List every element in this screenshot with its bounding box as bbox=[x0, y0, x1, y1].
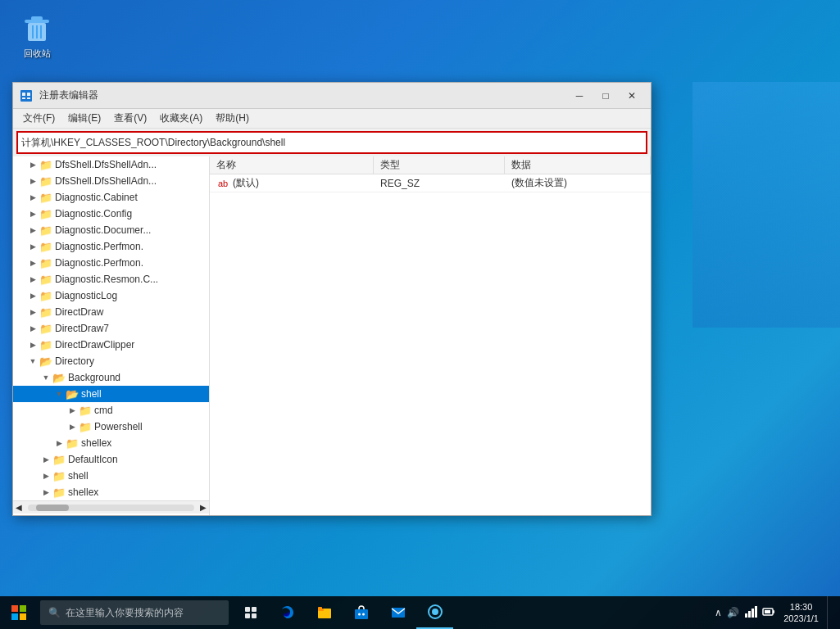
expand-icon[interactable] bbox=[26, 322, 39, 335]
tree-item-diagnostic-cabinet[interactable]: 📁 Diagnostic.Cabinet bbox=[13, 189, 209, 206]
tree-label: DiagnosticLog bbox=[55, 290, 117, 301]
tree-label: DirectDrawClipper bbox=[55, 339, 134, 351]
tree-label: shellex bbox=[68, 486, 98, 498]
folder-icon: 📁 bbox=[39, 158, 52, 171]
tree-item-shell[interactable]: 📂 shell bbox=[13, 386, 209, 402]
data-rows[interactable]: ab (默认) REG_SZ (数值未设置) bbox=[210, 174, 651, 515]
reg-value-icon: ab bbox=[216, 177, 229, 190]
tree-item-directdraw7[interactable]: 📁 DirectDraw7 bbox=[13, 320, 209, 337]
expand-icon[interactable] bbox=[66, 404, 79, 417]
expand-icon[interactable] bbox=[26, 191, 39, 204]
tree-item-diagnostic-perfmon1[interactable]: 📁 Diagnostic.Perfmon. bbox=[13, 238, 209, 255]
expand-icon[interactable] bbox=[26, 273, 39, 286]
menu-favorites[interactable]: 收藏夹(A) bbox=[153, 110, 209, 128]
svg-rect-31 bbox=[755, 606, 757, 618]
tree-item-background[interactable]: 📂 Background bbox=[13, 369, 209, 386]
chevron-up-icon[interactable]: ∧ bbox=[715, 607, 722, 618]
taskview-button[interactable] bbox=[232, 596, 269, 629]
clock[interactable]: 18:30 2023/1/1 bbox=[783, 601, 819, 625]
battery-icon[interactable] bbox=[762, 605, 775, 621]
tree-item-directdraw[interactable]: 📁 DirectDraw bbox=[13, 304, 209, 320]
tree-item-diagnostic-documer[interactable]: 📁 Diagnostic.Documer... bbox=[13, 222, 209, 238]
tree-item-diagnostic-perfmon2[interactable]: 📁 Diagnostic.Perfmon. bbox=[13, 255, 209, 271]
taskbar-right: ∧ 🔊 bbox=[715, 596, 840, 629]
expand-icon[interactable] bbox=[39, 486, 52, 499]
svg-rect-14 bbox=[20, 613, 26, 620]
close-button[interactable]: ✕ bbox=[620, 88, 644, 104]
tree-label: DirectDraw7 bbox=[55, 323, 109, 334]
expand-icon[interactable] bbox=[26, 240, 39, 253]
menu-edit[interactable]: 编辑(E) bbox=[61, 110, 107, 128]
network-icon[interactable] bbox=[744, 605, 757, 621]
svg-rect-17 bbox=[245, 613, 250, 618]
recycle-bin-icon[interactable]: 回收站 bbox=[8, 12, 66, 59]
tree-item-dfsshell1[interactable]: 📁 DfsShell.DfsShellAdn... bbox=[13, 156, 209, 173]
mail-button[interactable] bbox=[379, 596, 416, 629]
tree-item-powershell[interactable]: 📁 Powershell bbox=[13, 419, 209, 435]
tree-item-directory[interactable]: 📂 Directory bbox=[13, 353, 209, 369]
main-content: 📁 DfsShell.DfsShellAdn... 📁 DfsShell.Dfs… bbox=[13, 156, 651, 515]
expand-icon[interactable] bbox=[26, 158, 39, 171]
taskbar-search[interactable]: 🔍 在这里输入你要搜索的内容 bbox=[40, 600, 229, 625]
expand-icon[interactable] bbox=[39, 453, 52, 466]
tree-panel[interactable]: 📁 DfsShell.DfsShellAdn... 📁 DfsShell.Dfs… bbox=[13, 156, 210, 515]
expand-icon[interactable] bbox=[52, 437, 66, 450]
tree-label: Diagnostic.Perfmon. bbox=[55, 241, 143, 252]
svg-rect-12 bbox=[20, 605, 26, 612]
expand-icon[interactable] bbox=[39, 371, 52, 384]
scroll-left[interactable]: ◀ bbox=[13, 503, 25, 512]
tree-label: DfsShell.DfsShellAdn... bbox=[55, 159, 157, 170]
recycle-bin-label: 回收站 bbox=[24, 48, 51, 59]
tree-item-directdrawclipper[interactable]: 📁 DirectDrawClipper bbox=[13, 337, 209, 353]
expand-icon[interactable] bbox=[66, 420, 79, 433]
expand-icon[interactable] bbox=[26, 289, 39, 302]
tree-item-dfsshell2[interactable]: 📁 DfsShell.DfsShellAdn... bbox=[13, 173, 209, 189]
store-button[interactable] bbox=[343, 596, 379, 629]
expand-icon[interactable] bbox=[26, 305, 39, 319]
expand-icon[interactable] bbox=[52, 387, 66, 400]
svg-rect-21 bbox=[318, 607, 322, 609]
speakers-icon[interactable]: 🔊 bbox=[727, 607, 739, 618]
menu-view[interactable]: 查看(V) bbox=[107, 110, 153, 128]
expand-icon[interactable] bbox=[26, 338, 39, 351]
tree-item-diagnosticlog[interactable]: 📁 DiagnosticLog bbox=[13, 287, 209, 304]
scroll-right[interactable]: ▶ bbox=[198, 503, 209, 512]
svg-point-23 bbox=[358, 613, 361, 616]
expand-icon[interactable] bbox=[26, 174, 39, 188]
tree-item-defaulticon[interactable]: 📁 DefaultIcon bbox=[13, 451, 209, 468]
menu-help[interactable]: 帮助(H) bbox=[209, 110, 256, 128]
show-desktop-button[interactable] bbox=[827, 596, 832, 629]
svg-rect-16 bbox=[252, 607, 257, 612]
address-bar[interactable] bbox=[16, 131, 647, 154]
start-button[interactable] bbox=[0, 596, 37, 629]
tree-item-shellex-dir[interactable]: 📁 shellex bbox=[13, 484, 209, 500]
tree-scrollbar[interactable]: ◀ ▶ bbox=[13, 500, 209, 514]
scrollbar-thumb[interactable] bbox=[36, 505, 69, 511]
explorer-button[interactable] bbox=[306, 596, 343, 629]
sys-tray-icons: ∧ 🔊 bbox=[715, 605, 775, 621]
edge-button[interactable] bbox=[269, 596, 306, 629]
scrollbar-track[interactable] bbox=[28, 505, 194, 511]
minimize-button[interactable]: ─ bbox=[567, 88, 592, 104]
tree-item-diagnostic-config[interactable]: 📁 Diagnostic.Config bbox=[13, 206, 209, 222]
expand-icon[interactable] bbox=[26, 207, 39, 220]
tree-item-cmd[interactable]: 📁 cmd bbox=[13, 402, 209, 419]
folder-icon: 📁 bbox=[52, 469, 66, 482]
address-input[interactable] bbox=[21, 137, 642, 148]
expand-icon[interactable] bbox=[39, 469, 52, 482]
tree-item-diagnostic-resmon[interactable]: 📁 Diagnostic.Resmon.C... bbox=[13, 271, 209, 287]
folder-icon: 📁 bbox=[39, 224, 52, 237]
app6-button[interactable] bbox=[416, 596, 453, 629]
expand-icon[interactable] bbox=[26, 256, 39, 269]
expand-icon[interactable] bbox=[26, 224, 39, 237]
tree-item-shellex-bg[interactable]: 📁 shellex bbox=[13, 435, 209, 451]
menu-file[interactable]: 文件(F) bbox=[16, 110, 61, 128]
svg-rect-11 bbox=[11, 605, 18, 612]
svg-point-27 bbox=[432, 609, 438, 615]
tree-item-shell-dir[interactable]: 📁 shell bbox=[13, 468, 209, 484]
svg-rect-10 bbox=[27, 97, 30, 99]
expand-icon[interactable] bbox=[26, 355, 39, 368]
tree-label: cmd bbox=[94, 405, 113, 416]
data-row[interactable]: ab (默认) REG_SZ (数值未设置) bbox=[210, 174, 651, 192]
maximize-button[interactable]: □ bbox=[593, 88, 618, 104]
